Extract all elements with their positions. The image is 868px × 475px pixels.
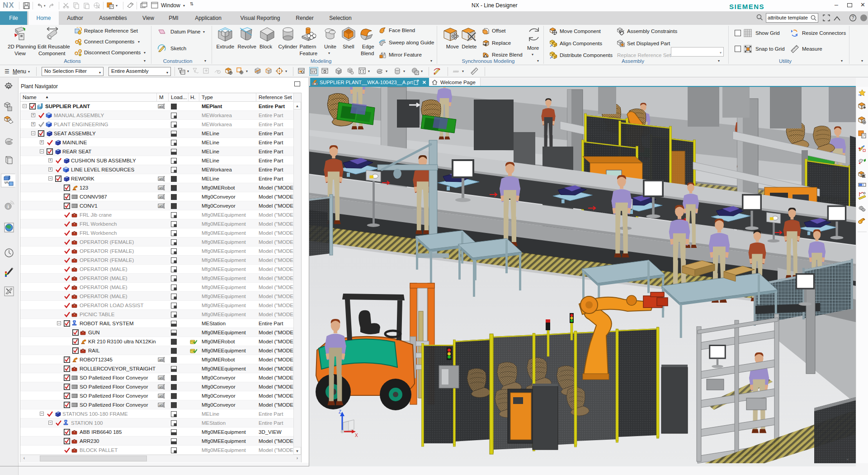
- svg-text:ab: ab: [159, 376, 163, 380]
- svg-text:ab: ab: [159, 204, 163, 208]
- svg-text:ab: ab: [159, 186, 163, 190]
- svg-text:A: A: [383, 52, 386, 55]
- svg-text:A: A: [381, 52, 383, 55]
- svg-text:ab: ab: [159, 358, 163, 362]
- svg-text:?: ?: [852, 15, 854, 20]
- svg-text:X: X: [355, 433, 358, 438]
- svg-text:ab: ab: [159, 403, 163, 407]
- svg-text:ab: ab: [159, 177, 163, 181]
- svg-text:ab: ab: [159, 104, 163, 109]
- svg-text:Z: Z: [339, 409, 341, 414]
- svg-text:i: i: [7, 204, 9, 209]
- svg-text:ab: ab: [159, 394, 163, 398]
- svg-text:ab: ab: [159, 195, 163, 199]
- svg-text:ab: ab: [159, 385, 163, 389]
